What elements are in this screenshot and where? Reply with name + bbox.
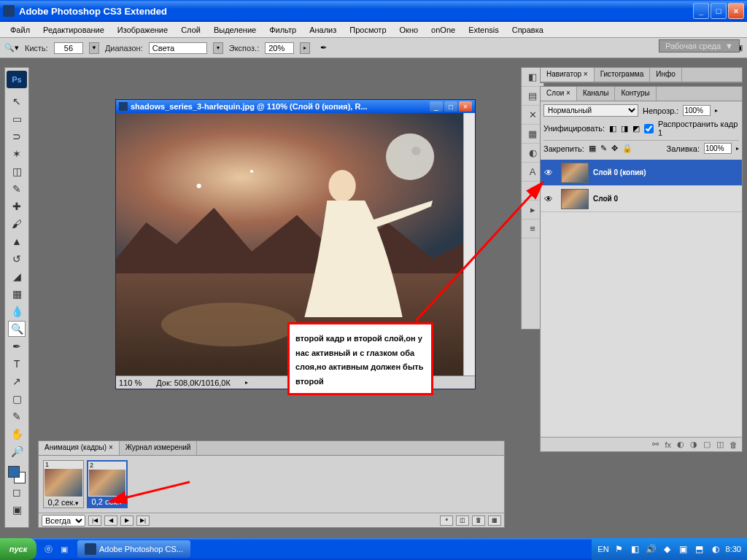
menu-window[interactable]: Окно bbox=[394, 23, 425, 36]
language-indicator[interactable]: EN bbox=[597, 545, 608, 553]
dodge-tool-icon[interactable]: 🔍▾ bbox=[4, 43, 19, 52]
tray-icon[interactable]: ▣ bbox=[678, 543, 689, 555]
notes-tool[interactable]: ✎ bbox=[8, 408, 26, 424]
brush-tool[interactable]: 🖌 bbox=[8, 216, 26, 232]
document-titlebar[interactable]: shadows_series_3-harlequin.jpg @ 110% (С… bbox=[116, 100, 475, 113]
tab-paths[interactable]: Контуры bbox=[615, 87, 656, 101]
wand-tool[interactable]: ✶ bbox=[8, 146, 26, 162]
menu-file[interactable]: Файл bbox=[4, 23, 36, 36]
quicklaunch-ie-icon[interactable]: ⓔ bbox=[41, 542, 55, 556]
eraser-tool[interactable]: ◢ bbox=[8, 268, 26, 284]
gradient-tool[interactable]: ▦ bbox=[8, 286, 26, 302]
layer-style-icon[interactable]: fx bbox=[665, 440, 671, 449]
history-brush-tool[interactable]: ↺ bbox=[8, 251, 26, 267]
zoom-tool[interactable]: 🔎 bbox=[8, 443, 26, 459]
dodge-tool[interactable]: 🔍 bbox=[8, 321, 26, 337]
airbrush-icon[interactable]: ✒ bbox=[320, 43, 327, 52]
layer-mask-icon[interactable]: ◐ bbox=[677, 440, 684, 449]
tab-info[interactable]: Инфо bbox=[650, 68, 682, 82]
layer-row[interactable]: 👁 Слой 0 bbox=[541, 186, 742, 212]
blend-mode-select[interactable]: Нормальный bbox=[543, 104, 638, 117]
tab-measurement-log[interactable]: Журнал измерений bbox=[120, 441, 198, 455]
menu-onone[interactable]: onOne bbox=[425, 23, 461, 36]
menu-filter[interactable]: Фильтр bbox=[263, 23, 302, 36]
lock-paint-icon[interactable]: ✎ bbox=[600, 144, 607, 153]
fg-color-swatch[interactable] bbox=[8, 466, 20, 478]
tab-navigator[interactable]: Навигатор × bbox=[541, 68, 595, 82]
tray-network-icon[interactable]: ◧ bbox=[630, 543, 641, 555]
lasso-tool[interactable]: ⊃ bbox=[8, 128, 26, 144]
doc-close-button[interactable]: × bbox=[459, 101, 472, 112]
brush-picker-chevron[interactable]: ▼ bbox=[89, 42, 99, 54]
menu-layer[interactable]: Слой bbox=[175, 23, 206, 36]
blur-tool[interactable]: 💧 bbox=[8, 303, 26, 319]
tab-layers[interactable]: Слои × bbox=[541, 87, 577, 101]
unify-icon-2[interactable]: ◨ bbox=[621, 124, 628, 133]
tray-icon[interactable]: ◐ bbox=[710, 543, 721, 555]
minimize-button[interactable]: _ bbox=[693, 3, 709, 19]
hand-tool[interactable]: ✋ bbox=[8, 426, 26, 442]
tray-icon[interactable]: ⚑ bbox=[614, 543, 625, 555]
start-button[interactable]: пуск bbox=[0, 538, 36, 560]
layer-visibility-icon[interactable]: 👁 bbox=[541, 168, 557, 178]
clock[interactable]: 8:30 bbox=[726, 545, 741, 553]
prev-frame-button[interactable]: ◀ bbox=[104, 516, 117, 526]
stamp-tool[interactable]: ▲ bbox=[8, 233, 26, 249]
layer-group-icon[interactable]: ▢ bbox=[703, 440, 711, 449]
quicklaunch-desktop-icon[interactable]: ▣ bbox=[57, 542, 71, 556]
layer-name[interactable]: Слой 0 bbox=[593, 195, 618, 203]
lock-trans-icon[interactable]: ▦ bbox=[589, 144, 596, 153]
tab-channels[interactable]: Каналы bbox=[577, 87, 616, 101]
unify-icon-1[interactable]: ◧ bbox=[609, 124, 616, 133]
menu-edit[interactable]: Редактирование bbox=[37, 23, 110, 36]
pen-tool[interactable]: ✒ bbox=[8, 338, 26, 354]
next-frame-button[interactable]: ▶| bbox=[136, 516, 150, 526]
tab-animation[interactable]: Анимация (кадры) × bbox=[39, 441, 120, 455]
move-tool[interactable]: ↖ bbox=[8, 93, 26, 109]
propagate-checkbox[interactable] bbox=[644, 124, 654, 133]
quickmask-toggle[interactable]: ◻ bbox=[8, 484, 26, 500]
shape-tool[interactable]: ▢ bbox=[8, 391, 26, 407]
tray-volume-icon[interactable]: 🔊 bbox=[646, 543, 657, 555]
menu-view[interactable]: Просмотр bbox=[344, 23, 392, 36]
unify-icon-3[interactable]: ◩ bbox=[632, 124, 640, 133]
menu-select[interactable]: Выделение bbox=[208, 23, 262, 36]
lock-move-icon[interactable]: ✥ bbox=[611, 144, 618, 153]
range-chevron[interactable]: ▾ bbox=[213, 42, 223, 54]
tray-icon[interactable]: ⬒ bbox=[694, 543, 705, 555]
new-layer-icon[interactable]: ◫ bbox=[716, 440, 724, 449]
play-button[interactable]: ▶ bbox=[120, 516, 133, 526]
duplicate-frame-button[interactable]: ◫ bbox=[456, 516, 469, 526]
brush-size[interactable]: 56 bbox=[54, 42, 83, 54]
zoom-level[interactable]: 110 % bbox=[119, 378, 142, 387]
ps-logo[interactable]: Ps bbox=[7, 71, 27, 88]
lock-all-icon[interactable]: 🔒 bbox=[622, 144, 632, 153]
layer-thumbnail[interactable] bbox=[561, 163, 589, 183]
adjustment-layer-icon[interactable]: ◑ bbox=[690, 440, 697, 449]
layer-name[interactable]: Слой 0 (копия) bbox=[593, 168, 646, 176]
first-frame-button[interactable]: |◀ bbox=[88, 516, 101, 526]
close-button[interactable]: × bbox=[728, 3, 744, 19]
menu-image[interactable]: Изображение bbox=[112, 23, 174, 36]
range-select[interactable]: Света bbox=[149, 42, 207, 54]
fill-input[interactable] bbox=[704, 143, 732, 154]
layer-thumbnail[interactable] bbox=[561, 189, 589, 209]
exposure-chevron[interactable]: ▸ bbox=[300, 42, 310, 54]
doc-minimize-button[interactable]: _ bbox=[430, 101, 443, 112]
eyedropper-tool[interactable]: ✎ bbox=[8, 181, 26, 197]
delete-frame-button[interactable]: 🗑 bbox=[472, 516, 485, 526]
path-tool[interactable]: ↗ bbox=[8, 373, 26, 389]
taskbar-item-photoshop[interactable]: Adobe Photoshop CS... bbox=[77, 540, 190, 558]
tray-icon[interactable]: ◆ bbox=[662, 543, 673, 555]
frame-delay[interactable]: 0,2 сек.▾ bbox=[88, 497, 126, 507]
screenmode-toggle[interactable]: ▣ bbox=[8, 502, 26, 518]
frame-delay[interactable]: 0,2 сек.▾ bbox=[44, 497, 83, 508]
healing-tool[interactable]: ✚ bbox=[8, 198, 26, 214]
marquee-tool[interactable]: ▭ bbox=[8, 111, 26, 127]
exposure-value[interactable]: 20% bbox=[265, 42, 294, 54]
workspace-selector[interactable]: Рабочая среда ▼ bbox=[659, 39, 740, 52]
tab-histogram[interactable]: Гистограмма bbox=[595, 68, 651, 82]
opacity-input[interactable] bbox=[683, 105, 711, 116]
doc-maximize-button[interactable]: □ bbox=[444, 101, 457, 112]
animation-frame[interactable]: 2 0,2 сек.▾ bbox=[87, 460, 128, 508]
